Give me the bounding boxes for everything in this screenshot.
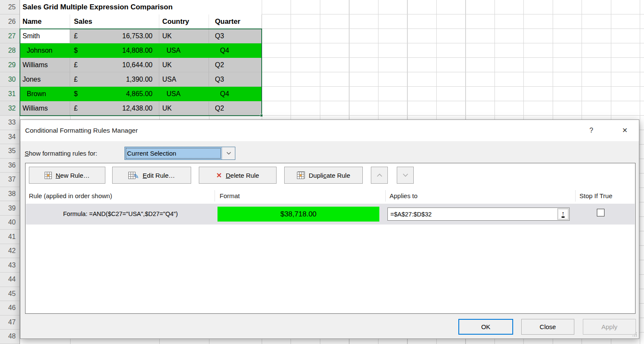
sales-amount: 1,390.00	[126, 72, 153, 86]
table-row[interactable]: Williams £ 10,644.00 UK Q2	[20, 58, 262, 72]
new-rule-button[interactable]: New Rule…	[29, 167, 105, 184]
header-country[interactable]: Country	[159, 14, 209, 29]
cell-sales[interactable]: £ 12,438.00	[70, 101, 159, 116]
row-header[interactable]: 38	[0, 187, 20, 202]
currency-symbol: £	[74, 58, 78, 72]
cell-sales[interactable]: $ 4,865.00	[70, 87, 159, 101]
cell-name[interactable]: Smith	[20, 29, 70, 43]
row-header[interactable]: 29	[0, 58, 20, 72]
row-header[interactable]: 42	[0, 244, 20, 259]
row-header[interactable]: 35	[0, 144, 20, 159]
cell-quarter[interactable]: Q3	[209, 72, 262, 87]
resize-grip[interactable]	[632, 332, 637, 337]
cell-quarter[interactable]: Q4	[209, 43, 262, 58]
cell-country[interactable]: USA	[159, 87, 209, 101]
row-header[interactable]: 44	[0, 273, 20, 287]
cell-quarter[interactable]: Q4	[209, 87, 262, 101]
row-header[interactable]: 27	[0, 29, 20, 43]
row-header[interactable]: 39	[0, 201, 20, 216]
show-rules-dropdown[interactable]: Current Selection	[124, 147, 235, 160]
row-header[interactable]: 31	[0, 87, 20, 101]
chevron-down-icon	[226, 152, 231, 155]
cell-name[interactable]: Williams	[20, 58, 70, 72]
range-select-button[interactable]: ↑	[557, 208, 569, 220]
header-sales[interactable]: Sales	[70, 14, 159, 29]
applies-to-input[interactable]	[387, 208, 570, 221]
stop-if-true-checkbox[interactable]	[597, 209, 604, 216]
header-name[interactable]: Name	[20, 14, 70, 29]
row-number: 25	[8, 3, 16, 11]
move-rule-down-button[interactable]	[397, 167, 414, 184]
row-header[interactable]: 25	[0, 0, 20, 14]
row-header[interactable]: 45	[0, 287, 20, 301]
table-row[interactable]: Smith £ 16,753.00 UK Q3	[20, 29, 262, 43]
row-number: 41	[8, 233, 16, 241]
row-header[interactable]: 46	[0, 301, 20, 316]
show-rules-label: Show formatting rules for:	[25, 147, 97, 160]
table-row[interactable]: Johnson $ 14,808.00 USA Q4	[20, 43, 262, 58]
cell-sales[interactable]: £ 1,390.00	[70, 72, 159, 87]
table-body: Smith £ 16,753.00 UK Q3 Johnson $ 14,808…	[20, 29, 262, 116]
dropdown-button[interactable]	[222, 147, 235, 159]
cell-country[interactable]: UK	[159, 101, 209, 116]
dropdown-selected-value: Current Selection	[125, 147, 222, 159]
row-header[interactable]: 41	[0, 230, 20, 244]
edit-rule-label: Edit Rule…	[143, 172, 175, 179]
table-row[interactable]: Williams £ 12,438.00 UK Q2	[20, 101, 262, 116]
cell-country[interactable]: UK	[159, 29, 209, 43]
row-header[interactable]: 32	[0, 101, 20, 116]
row-header[interactable]: 36	[0, 159, 20, 173]
cell-name[interactable]: Williams	[20, 101, 70, 116]
cell-quarter[interactable]: Q2	[209, 58, 262, 72]
delete-rule-button[interactable]: ✕ Delete Rule	[199, 167, 277, 184]
row-number: 29	[8, 61, 16, 69]
cell-country[interactable]: UK	[159, 58, 209, 72]
edit-rule-button[interactable]: ✎ Edit Rule…	[112, 167, 191, 184]
row-header[interactable]: 30	[0, 72, 20, 87]
row-header[interactable]: 48	[0, 330, 20, 344]
rule-list-item[interactable]: Formula: =AND($C27="USA",$D27="Q4") $38,…	[26, 204, 635, 225]
row-number: 43	[8, 262, 16, 269]
row-header[interactable]: 33	[0, 116, 20, 130]
cell-country[interactable]: USA	[159, 72, 209, 87]
cell-sales[interactable]: $ 14,808.00	[70, 43, 159, 58]
table-row[interactable]: Brown $ 4,865.00 USA Q4	[20, 87, 262, 101]
sales-amount: 10,644.00	[122, 58, 153, 72]
sales-amount: 14,808.00	[122, 43, 153, 57]
ok-button[interactable]: OK	[458, 319, 513, 335]
cell-name[interactable]: Brown	[20, 87, 70, 101]
selection-fill-handle[interactable]	[260, 114, 263, 117]
row-number: 36	[8, 162, 16, 169]
row-header[interactable]: 34	[0, 130, 20, 145]
header-quarter[interactable]: Quarter	[209, 14, 262, 29]
duplicate-rule-label: Duplicate Rule	[309, 172, 350, 179]
move-rule-up-button[interactable]	[371, 167, 388, 184]
table-row[interactable]: Jones £ 1,390.00 USA Q3	[20, 72, 262, 87]
row-number: 46	[8, 304, 16, 312]
row-header[interactable]: 26	[0, 14, 20, 29]
cell-quarter[interactable]: Q2	[209, 101, 262, 116]
row-header[interactable]: 40	[0, 216, 20, 230]
cell-sales[interactable]: £ 16,753.00	[70, 29, 159, 43]
cell-sales[interactable]: £ 10,644.00	[70, 58, 159, 72]
chevron-down-icon	[403, 173, 408, 177]
cell-country[interactable]: USA	[159, 43, 209, 58]
cell-quarter[interactable]: Q3	[209, 29, 262, 43]
cell-name[interactable]: Johnson	[20, 43, 70, 58]
row-header[interactable]: 28	[0, 43, 20, 58]
close-icon[interactable]: ✕	[619, 120, 631, 141]
column-divider	[575, 190, 576, 202]
help-icon[interactable]: ?	[586, 120, 596, 141]
row-header[interactable]: 47	[0, 316, 20, 330]
apply-button[interactable]: Apply	[583, 319, 636, 335]
row-number: 30	[8, 76, 16, 83]
close-button[interactable]: Close	[521, 319, 574, 335]
cell-name[interactable]: Jones	[20, 72, 70, 87]
duplicate-rule-button[interactable]: Duplicate Rule	[284, 167, 363, 184]
excel-window: 2526272829303132333435363738394041424344…	[0, 0, 644, 344]
column-stop-if-true: Stop If True	[579, 189, 613, 202]
sheet-title-cell[interactable]: Sales Grid Multiple Expression Compariso…	[20, 0, 262, 14]
sales-amount: 4,865.00	[126, 87, 153, 101]
row-header[interactable]: 37	[0, 173, 20, 187]
row-header[interactable]: 43	[0, 258, 20, 273]
